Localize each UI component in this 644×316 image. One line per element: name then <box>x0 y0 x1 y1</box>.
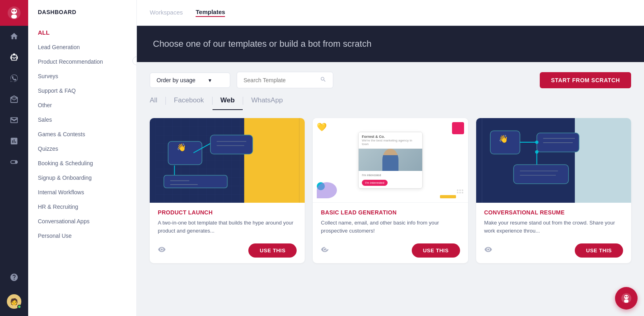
preview-icon-product-launch[interactable] <box>158 245 166 256</box>
svg-point-19 <box>459 189 461 191</box>
filter-tab-web[interactable]: Web <box>213 96 243 110</box>
sidebar-item-analytics[interactable] <box>0 131 28 152</box>
card-title-product-launch: PRODUCT LAUNCH <box>158 209 297 216</box>
hero-banner: Choose one of our templates or build a b… <box>137 26 644 62</box>
sidebar-item-bot[interactable] <box>0 47 28 68</box>
svg-rect-13 <box>164 175 227 188</box>
svg-point-43 <box>627 296 628 297</box>
card-footer-resume: USE THIS <box>476 239 631 263</box>
sidebar-item-help[interactable] <box>0 267 28 288</box>
sidebar-item-quizzes[interactable]: Quizzes <box>28 141 136 156</box>
svg-point-20 <box>462 189 463 191</box>
use-this-button-resume[interactable]: USE THIS <box>575 243 623 258</box>
svg-point-3 <box>12 10 14 12</box>
use-this-button-product-launch[interactable]: USE THIS <box>248 243 297 258</box>
svg-point-21 <box>457 192 458 193</box>
sidebar-item-inbox[interactable] <box>0 110 28 131</box>
toolbar: Order by usage ▾ START FROM SCRATCH <box>137 62 644 88</box>
chat-widget-button[interactable] <box>615 287 638 310</box>
sidebar-item-product-recommendation[interactable]: Product Recommendation <box>28 54 136 69</box>
search-input[interactable] <box>244 77 317 83</box>
sidebar-item-sales[interactable]: Sales <box>28 112 136 127</box>
card-title-resume: CONVERSATIONAL RESUME <box>484 209 623 216</box>
svg-point-4 <box>14 10 16 12</box>
svg-point-22 <box>459 192 461 193</box>
sidebar-item-support---faq[interactable]: Support & FAQ <box>28 83 136 98</box>
svg-rect-7 <box>244 118 299 203</box>
svg-point-33 <box>535 141 538 144</box>
sidebar-header: DASHBOARD <box>28 0 136 22</box>
dropdown-label: Order by usage <box>157 77 196 83</box>
card-basic-lead-gen: Forrest & Co. We're the best marketing a… <box>313 118 468 263</box>
svg-rect-11 <box>211 135 253 154</box>
order-by-dropdown[interactable]: Order by usage ▾ <box>150 73 230 88</box>
svg-rect-2 <box>11 15 17 19</box>
search-icon <box>320 76 326 84</box>
svg-point-18 <box>457 189 458 191</box>
svg-point-1 <box>11 8 17 14</box>
sidebar-item-internal-workflows[interactable]: Internal Workflows <box>28 185 136 200</box>
card-product-launch: 👋 PRODUCT LAUNCH A two-in-one bot <box>150 118 305 263</box>
svg-point-42 <box>625 296 626 297</box>
sidebar-nav: ALLLead GenerationProduct Recommendation… <box>28 22 136 246</box>
hero-text: Choose one of our templates or build a b… <box>153 39 372 49</box>
sidebar-item-hr---recruiting[interactable]: HR & Recruiting <box>28 200 136 214</box>
svg-rect-41 <box>624 299 629 303</box>
card-desc-resume: Make your resume stand out from the crow… <box>484 219 623 235</box>
filter-tab-all[interactable]: All <box>150 96 165 110</box>
topnav-item-templates[interactable]: Templates <box>196 8 225 17</box>
sidebar-item-all[interactable]: ALL <box>28 25 136 40</box>
svg-point-40 <box>624 295 629 299</box>
svg-point-23 <box>462 192 463 193</box>
app-logo[interactable] <box>0 0 28 26</box>
card-body-product-launch: PRODUCT LAUNCH A two-in-one bot template… <box>150 203 305 239</box>
cards-container: 👋 PRODUCT LAUNCH A two-in-one bot <box>137 110 644 316</box>
main-content: WorkspacesTemplates Choose one of our te… <box>137 0 644 316</box>
sidebar-item-lead-generation[interactable]: Lead Generation <box>28 40 136 54</box>
icon-bar: 🧑 <box>0 0 28 316</box>
sidebar-item-surveys[interactable]: Surveys <box>28 69 136 83</box>
card-title-lead-gen: BASIC LEAD GENERATION <box>321 209 460 216</box>
sidebar-item-other[interactable]: Other <box>28 98 136 112</box>
preview-icon-lead-gen[interactable] <box>321 245 329 256</box>
card-desc-product-launch: A two-in-one bot template that builds th… <box>158 219 297 235</box>
filter-tab-whatsapp[interactable]: WhatsApp <box>243 96 291 110</box>
card-image-lead-gen: Forrest & Co. We're the best marketing a… <box>313 118 468 203</box>
card-footer-lead-gen: USE THIS <box>313 239 468 263</box>
card-image-resume: 👋 <box>476 118 631 203</box>
sidebar-item-whatsapp[interactable] <box>0 68 28 89</box>
filter-tabs: AllFacebookWebWhatsApp <box>137 88 644 110</box>
sidebar-item-signup---onboarding[interactable]: Signup & Onboarding <box>28 170 136 185</box>
svg-text:👋: 👋 <box>177 143 186 152</box>
icon-bar-bottom: 🧑 <box>0 267 28 316</box>
card-body-resume: CONVERSATIONAL RESUME Make your resume s… <box>476 203 631 239</box>
topnav-item-workspaces[interactable]: Workspaces <box>150 9 183 17</box>
search-box[interactable] <box>237 72 333 88</box>
card-desc-lead-gen: Collect name, email, and other basic inf… <box>321 219 460 235</box>
sidebar-item-booking---scheduling[interactable]: Booking & Scheduling <box>28 156 136 170</box>
sidebar-item-conversational-apps[interactable]: Conversational Apps <box>28 214 136 229</box>
sidebar-item-home[interactable] <box>0 26 28 47</box>
sidebar-item-games---contests[interactable]: Games & Contests <box>28 127 136 141</box>
mock-website: Forrest & Co. We're the best marketing a… <box>358 132 423 189</box>
preview-icon-resume[interactable] <box>484 245 492 256</box>
sidebar: DASHBOARD ‹ ALLLead GenerationProduct Re… <box>28 0 137 316</box>
chevron-down-icon: ▾ <box>208 77 211 83</box>
cards-grid: 👋 PRODUCT LAUNCH A two-in-one bot <box>150 118 631 263</box>
use-this-button-lead-gen[interactable]: USE THIS <box>412 243 460 258</box>
user-avatar[interactable]: 🧑 <box>0 291 28 312</box>
card-footer-product-launch: USE THIS <box>150 239 305 263</box>
svg-text:👋: 👋 <box>499 134 508 143</box>
sidebar-item-integrations[interactable] <box>0 152 28 173</box>
card-body-lead-gen: BASIC LEAD GENERATION Collect name, emai… <box>313 203 468 239</box>
filter-tab-facebook[interactable]: Facebook <box>166 96 212 110</box>
card-conversational-resume: 👋 CONVERSATIONAL <box>476 118 631 263</box>
sidebar-item-personal-use[interactable]: Personal Use <box>28 229 136 243</box>
start-from-scratch-button[interactable]: START FROM SCRATCH <box>540 72 631 88</box>
svg-rect-36 <box>514 165 569 184</box>
card-image-product-launch: 👋 <box>150 118 305 203</box>
top-navigation: WorkspacesTemplates <box>137 0 644 26</box>
sidebar-item-broadcast[interactable] <box>0 89 28 110</box>
